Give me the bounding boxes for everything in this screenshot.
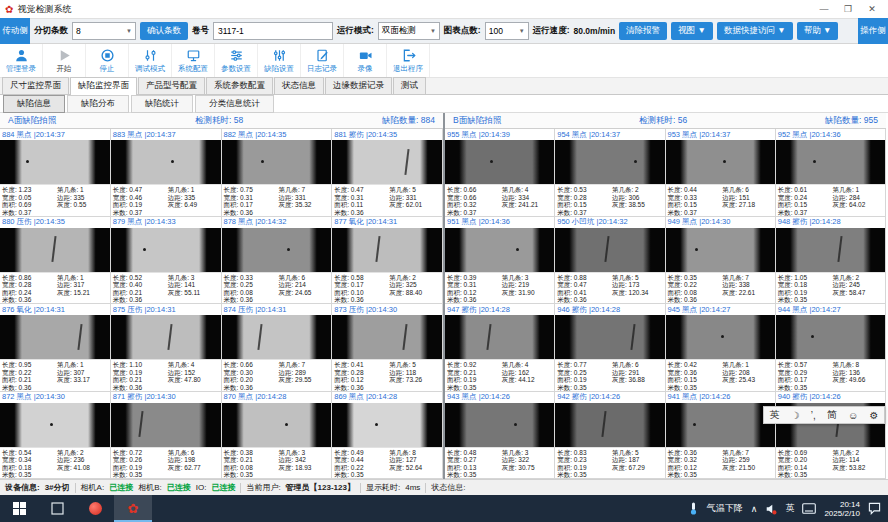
exit-program-button[interactable]: 退出程序	[387, 44, 430, 77]
imeitem-item-2[interactable]: ’,	[811, 410, 816, 421]
defect-gray: 灰度: 53.82	[832, 464, 883, 472]
defect-cell[interactable]: 951 黑点 |20:14:36 长度: 0.39 宽度: 0.31 面积: 0…	[445, 217, 555, 305]
defect-meter: 米数: 0.36	[224, 296, 279, 304]
defect-cell[interactable]: 870 黑点 |20:14:28 长度: 0.38 宽度: 0.21 面积: 0…	[222, 392, 333, 480]
defect-cell[interactable]: 880 压伤 |20:14:35 长度: 0.86 宽度: 0.28 面积: 0…	[0, 217, 111, 305]
ime-language-badge[interactable]: 英	[785, 502, 794, 515]
start-button[interactable]	[0, 495, 38, 522]
clear-alarm-button[interactable]: 清除报警	[619, 22, 667, 40]
flame-app-icon: ✿	[128, 501, 139, 516]
split-count-select[interactable]: 8▼	[72, 22, 136, 40]
defect-cell[interactable]: 873 压伤 |20:14:30 长度: 0.41 宽度: 0.28 面积: 0…	[332, 304, 443, 392]
stab-item-1[interactable]: 缺陷分布	[67, 95, 129, 113]
defect-cell[interactable]: 945 黑点 |20:14:27 长度: 0.42 宽度: 0.36 面积: 0…	[666, 304, 776, 392]
defect-cell[interactable]: 948 擦伤 |20:14:28 长度: 1.05 宽度: 0.18 面积: 0…	[776, 217, 886, 305]
notification-icon[interactable]	[868, 502, 881, 515]
defect-cell[interactable]: 949 黑点 |20:14:30 长度: 0.35 宽度: 0.22 面积: 0…	[666, 217, 776, 305]
defect-cell[interactable]: 953 黑点 |20:14:37 长度: 0.44 宽度: 0.33 面积: 0…	[666, 129, 776, 217]
view-menu-button[interactable]: 视图 ▼	[671, 22, 713, 40]
defect-cell[interactable]: 940 擦伤 |20:14:26 长度: 0.69 宽度: 0.20 面积: 0…	[776, 392, 886, 480]
defect-settings-button[interactable]: 缺陷设置	[258, 44, 301, 77]
tab-item-1[interactable]: 缺陷监控界面	[70, 77, 137, 95]
defect-length: 长度: 0.72	[113, 449, 168, 457]
defect-cell[interactable]: 879 黑点 |20:14:33 长度: 0.52 宽度: 0.40 面积: 0…	[111, 217, 222, 305]
stab-item-3[interactable]: 分类信息统计	[195, 95, 274, 113]
inspection-app-button[interactable]: ✿	[114, 495, 152, 522]
defect-cell[interactable]: 877 氧化 |20:14:31 长度: 0.58 宽度: 0.17 面积: 0…	[332, 217, 443, 305]
imeitem-item-4[interactable]: ☺	[848, 410, 858, 421]
defect-cell[interactable]: 950 小凹坑 |20:14:32 长度: 0.88 宽度: 0.47 面积: …	[555, 217, 665, 305]
defect-cell[interactable]: 871 擦伤 |20:14:30 长度: 0.72 宽度: 0.26 面积: 0…	[111, 392, 222, 480]
pinned-app-button[interactable]	[76, 495, 114, 522]
task-view-button[interactable]	[38, 495, 76, 522]
stab-item-2[interactable]: 缺陷统计	[131, 95, 193, 113]
tab-item-3[interactable]: 系统参数配置	[206, 77, 273, 94]
tab-item-0[interactable]: 尺寸监控界面	[2, 77, 69, 94]
user-icon	[14, 48, 29, 63]
tab-item-2[interactable]: 产品型号配置	[138, 77, 205, 94]
close-button[interactable]: ✕	[861, 2, 883, 16]
defect-length: 长度: 1.05	[778, 274, 833, 282]
defect-grid: 884 黑点 |20:14:37 长度: 1.23 宽度: 0.05 面积: 0…	[0, 129, 443, 479]
tab-item-5[interactable]: 边缘数据记录	[325, 77, 392, 94]
minimize-button[interactable]: —	[813, 2, 835, 16]
tab-item-6[interactable]: 测试	[393, 77, 426, 94]
defect-cell[interactable]: 875 压伤 |20:14:31 长度: 1.10 宽度: 0.19 面积: 0…	[111, 304, 222, 392]
stop-button[interactable]: 停止	[86, 44, 129, 77]
record-video-button[interactable]: 录像	[344, 44, 387, 77]
defect-cell[interactable]: 943 黑点 |20:14:26 长度: 0.48 宽度: 0.27 面积: 0…	[445, 392, 555, 480]
defect-cell[interactable]: 952 黑点 |20:14:36 长度: 0.61 宽度: 0.24 面积: 0…	[776, 129, 886, 217]
defect-cell[interactable]: 944 黑点 |20:14:27 长度: 0.57 宽度: 0.29 面积: 0…	[776, 304, 886, 392]
defect-cell[interactable]: 876 氧化 |20:14:31 长度: 0.95 宽度: 0.22 面积: 0…	[0, 304, 111, 392]
start-button[interactable]: 开始	[43, 44, 86, 77]
defect-cell[interactable]: 883 黑点 |20:14:37 长度: 0.47 宽度: 0.46 面积: 0…	[111, 129, 222, 217]
defect-cell[interactable]: 881 擦伤 |20:14:35 长度: 0.47 宽度: 0.31 面积: 0…	[332, 129, 443, 217]
imeitem-item-0[interactable]: 英	[770, 408, 780, 422]
defect-gray: 灰度: 35.32	[278, 201, 329, 209]
imeitem-item-3[interactable]: 简	[827, 408, 837, 422]
defect-cell[interactable]: 869 黑点 |20:14:28 长度: 0.49 宽度: 0.44 面积: 0…	[332, 392, 443, 480]
run-mode-select[interactable]: 双面检测▼	[378, 22, 440, 40]
taskbar-clock[interactable]: 20:14 2025/2/10	[824, 500, 860, 518]
help-menu-button[interactable]: 帮助 ▼	[797, 22, 839, 40]
confirm-count-button[interactable]: 确认条数	[140, 22, 188, 40]
defect-cell[interactable]: 954 黑点 |20:14:37 长度: 0.53 宽度: 0.28 面积: 0…	[555, 129, 665, 217]
defect-cell[interactable]: 941 黑点 |20:14:26 长度: 0.36 宽度: 0.32 面积: 0…	[666, 392, 776, 480]
device-info-label: 设备信息:	[5, 482, 40, 493]
speaker-icon[interactable]	[765, 503, 777, 515]
maximize-button[interactable]: ❐	[837, 2, 859, 16]
defect-meter: 米数: 0.35	[2, 471, 57, 479]
defect-cell[interactable]: 955 黑点 |20:14:39 长度: 0.66 宽度: 0.66 面积: 0…	[445, 129, 555, 217]
defect-strip: 第几条: 5	[389, 186, 440, 194]
data-quick-access-button[interactable]: 数据快捷访问 ▼	[717, 22, 793, 40]
imeitem-item-5[interactable]: ⚙	[869, 410, 878, 421]
defect-cell[interactable]: 874 压伤 |20:14:31 长度: 0.66 宽度: 0.30 面积: 0…	[222, 304, 333, 392]
defect-cell[interactable]: 942 擦伤 |20:14:26 长度: 0.83 宽度: 0.23 面积: 0…	[555, 392, 665, 480]
defect-meter: 米数: 0.35	[778, 471, 833, 479]
defect-cell[interactable]: 946 擦伤 |20:14:28 长度: 0.77 宽度: 0.25 面积: 0…	[555, 304, 665, 392]
chart-points-select[interactable]: 100▼	[485, 22, 529, 40]
log-record-button[interactable]: 日志记录	[301, 44, 344, 77]
admin-login-button[interactable]: 管理登录	[0, 44, 43, 77]
tab-item-4[interactable]: 状态信息	[274, 77, 324, 94]
imeitem-item-1[interactable]: ☽	[791, 410, 800, 421]
operator-side-button[interactable]: 操作侧	[858, 18, 888, 44]
defect-cell[interactable]: 884 黑点 |20:14:37 长度: 1.23 宽度: 0.05 面积: 0…	[0, 129, 111, 217]
defect-width: 宽度: 0.66	[447, 194, 502, 202]
weather-text[interactable]: 气温下降	[707, 502, 743, 515]
debug-mode-button[interactable]: 调试模式	[129, 44, 172, 77]
stab-item-0[interactable]: 缺陷信息	[3, 95, 65, 113]
defect-cell[interactable]: 882 黑点 |20:14:35 长度: 0.75 宽度: 0.31 面积: 0…	[222, 129, 333, 217]
defect-cell[interactable]: 878 黑点 |20:14:32 长度: 0.33 宽度: 0.25 面积: 0…	[222, 217, 333, 305]
defect-area: 面积: 0.15	[668, 376, 723, 384]
hidden-icons-chevron[interactable]: ∧	[751, 504, 758, 514]
defect-width: 宽度: 0.25	[224, 281, 279, 289]
system-config-button[interactable]: 系统配置	[172, 44, 215, 77]
defect-cell[interactable]: 872 黑点 |20:14:30 长度: 0.54 宽度: 0.34 面积: 0…	[0, 392, 111, 480]
defect-cell[interactable]: 947 擦伤 |20:14:28 长度: 0.92 宽度: 0.21 面积: 0…	[445, 304, 555, 392]
drive-side-button[interactable]: 传动侧	[0, 18, 30, 44]
defect-mark-icon	[838, 236, 843, 262]
keyboard-icon[interactable]	[802, 503, 816, 514]
roll-number-input[interactable]: 3117-1	[213, 22, 333, 40]
parameter-settings-button[interactable]: 参数设置	[215, 44, 258, 77]
